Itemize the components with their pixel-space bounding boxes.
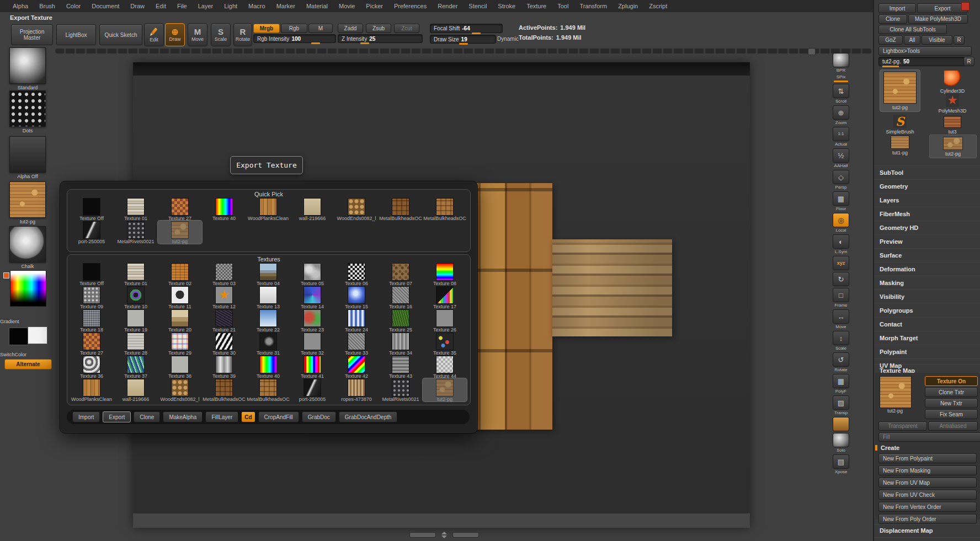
focal-shift-slider[interactable]: Focal Shift -64 [430, 24, 503, 33]
goz-visible-button[interactable]: Visible [922, 35, 952, 45]
shelf-scale-button[interactable]: ↕Scale [833, 331, 849, 351]
texture-item-texture-17[interactable]: Texture 17 [423, 286, 467, 309]
texture-item-texture-23[interactable]: Texture 23 [290, 309, 334, 332]
scrollbar-left[interactable] [409, 532, 436, 538]
section-surface[interactable]: Surface [874, 248, 980, 262]
texture-item-metalbulkheadsoc[interactable]: MetalBulkheadsOC [246, 378, 290, 401]
texture-item-woodends0082-l[interactable]: WoodEnds0082_l [158, 378, 202, 401]
texture-item-texture-38[interactable]: Texture 38 [158, 355, 202, 378]
texture-item-texture-10[interactable]: Texture 10 [114, 286, 158, 309]
zadd-button[interactable]: Zadd [338, 24, 363, 33]
section-masking[interactable]: Masking [874, 276, 980, 290]
main-color-swatch[interactable] [9, 328, 29, 345]
texture-item-texture-33[interactable]: Texture 33 [334, 332, 379, 355]
tool-slider-r-button[interactable]: R [963, 57, 974, 66]
new-from-polypaint-button[interactable]: New From Polypaint [878, 453, 977, 463]
quickpick-item-metalrivets0021[interactable]: MetalRivets0021 [114, 221, 158, 244]
quickpick-item-texture-40[interactable]: Texture 40 [202, 197, 246, 221]
shelf-polyf-button[interactable]: ▦PolyF [833, 374, 849, 394]
section-layers[interactable]: Layers [874, 193, 980, 207]
tool-thumbnail-tut1pg[interactable]: tut1-pg [880, 136, 920, 156]
clone-button[interactable]: Clone [878, 14, 907, 24]
texture-item-metalbulkheadsoc[interactable]: MetalBulkheadsOC [202, 378, 246, 401]
new-from-uv-map-button[interactable]: New From UV Map [878, 478, 977, 488]
texture-item-texture-41[interactable]: Texture 41 [290, 355, 334, 378]
material-selector[interactable]: Chalk [0, 226, 55, 269]
texture-item-texture-08[interactable]: Texture 08 [423, 263, 467, 286]
texture-item-texture-37[interactable]: Texture 37 [114, 355, 158, 378]
tray-divider[interactable] [55, 49, 872, 53]
texture-item-texture-11[interactable]: Texture 11 [158, 286, 202, 309]
texture-item-texture-36[interactable]: Texture 36 [70, 355, 114, 378]
section-polygroups[interactable]: Polygroups [874, 303, 980, 317]
grabdocanddepth-button[interactable]: GrabDocAndDepth [339, 411, 398, 422]
shelf-rotate-button[interactable]: ↺Rotate [833, 352, 849, 372]
menu-edit[interactable]: Edit [151, 3, 171, 9]
texture-item-texture-07[interactable]: Texture 07 [379, 263, 423, 286]
color-picker[interactable] [10, 270, 46, 307]
lightbox-tools-button[interactable]: Lightbox>Tools [878, 46, 972, 56]
section-visibility[interactable]: Visibility [874, 290, 980, 303]
section-fibermesh[interactable]: FiberMesh [874, 207, 980, 221]
shelf-scroll-button[interactable]: ⇅Scroll [833, 84, 849, 104]
quickpick-item-tut2-pg[interactable]: tut2-pg [158, 221, 202, 244]
new-from-poly-order-button[interactable]: New From Poly Order [878, 514, 977, 524]
texture-item-texture-21[interactable]: Texture 21 [202, 309, 246, 332]
menu-file[interactable]: File [172, 3, 192, 9]
shelf-local-button[interactable]: ◎Local [833, 213, 849, 233]
new-from-masking-button[interactable]: New From Masking [878, 465, 977, 475]
quickpick-item-texture-01[interactable]: Texture 01 [114, 197, 158, 221]
texture-item-texture-19[interactable]: Texture 19 [114, 309, 158, 332]
brush-selector[interactable]: Standard [0, 47, 55, 90]
tool-thumbnail-cylinder3d[interactable]: Cylinder3D [929, 71, 976, 94]
make-polymesh3d-button[interactable]: Make PolyMesh3D [908, 14, 968, 24]
canvas-scroll-controls[interactable] [409, 532, 479, 538]
fix-seam-button[interactable]: Fix Seam [925, 409, 978, 419]
scale-mode-button[interactable]: S Scale [211, 23, 231, 46]
texture-item-texture-24[interactable]: Texture 24 [334, 309, 379, 332]
menu-light[interactable]: Light [219, 3, 242, 9]
texture-on-button[interactable]: Texture On [925, 376, 978, 386]
menu-alpha[interactable]: Alpha [8, 3, 33, 9]
menu-marker[interactable]: Marker [271, 3, 300, 9]
section-subtool[interactable]: SubTool [874, 165, 980, 179]
gradient-toggle[interactable]: Gradient [0, 319, 55, 324]
menu-color[interactable]: Color [61, 3, 86, 9]
texture-item-port-250005[interactable]: port-250005 [290, 378, 334, 401]
texture-item-texture-27[interactable]: Texture 27 [70, 332, 114, 355]
texture-item-texture-01[interactable]: Texture 01 [114, 263, 158, 286]
switch-color-button[interactable]: SwitchColor [0, 352, 55, 357]
makealpha-button[interactable]: MakeAlpha [163, 411, 203, 422]
texture-item-texture-15[interactable]: Texture 15 [334, 286, 379, 309]
clone-all-subtools-button[interactable]: Clone All SubTools [878, 25, 947, 34]
menu-zplugin[interactable]: Zplugin [613, 3, 643, 9]
section-polypaint[interactable]: Polypaint [874, 345, 980, 358]
texture-item-texture-29[interactable]: Texture 29 [158, 332, 202, 355]
quickpick-item-port-250005[interactable]: port-250005 [70, 221, 114, 244]
texture-item-texture-05[interactable]: Texture 05 [290, 263, 334, 286]
texture-item-texture-16[interactable]: Texture 16 [379, 286, 423, 309]
filllayer-button[interactable]: FillLayer [205, 411, 238, 422]
scrollbar-right[interactable] [452, 532, 479, 538]
section-deformation[interactable]: Deformation [874, 262, 980, 276]
texture-item-texture-02[interactable]: Texture 02 [158, 263, 202, 286]
texture-item-texture-43[interactable]: Texture 43 [379, 355, 423, 378]
tool-export-button[interactable]: Export [917, 3, 968, 13]
shelf-radial-sym-button[interactable]: ↻ [833, 272, 849, 286]
texture-item-texture-42[interactable]: Texture 42 [334, 355, 379, 378]
texture-item-texture-03[interactable]: Texture 03 [202, 263, 246, 286]
section-displacement-map[interactable]: Displacement Map [874, 524, 980, 537]
shelf-floor-button[interactable]: ▦Floor [833, 191, 849, 211]
texture-item-texture-28[interactable]: Texture 28 [114, 332, 158, 355]
menu-brush[interactable]: Brush [34, 3, 60, 9]
shelf-ghost-button[interactable] [833, 417, 849, 431]
texture-item-texture-14[interactable]: Texture 14 [290, 286, 334, 309]
tray-divider-handle[interactable] [808, 48, 816, 55]
quickpick-item-wall-219666[interactable]: wall-219666 [290, 197, 334, 221]
texture-item-texture-20[interactable]: Texture 20 [158, 309, 202, 332]
rgb-button[interactable]: Rgb [281, 24, 307, 33]
quick-sketch-button[interactable]: Quick Sketch [99, 24, 142, 45]
mrgb-button[interactable]: Mrgb [253, 24, 280, 33]
alpha-selector[interactable]: Alpha Off [0, 136, 55, 179]
antialiased-button[interactable]: Antialiased [928, 421, 978, 431]
